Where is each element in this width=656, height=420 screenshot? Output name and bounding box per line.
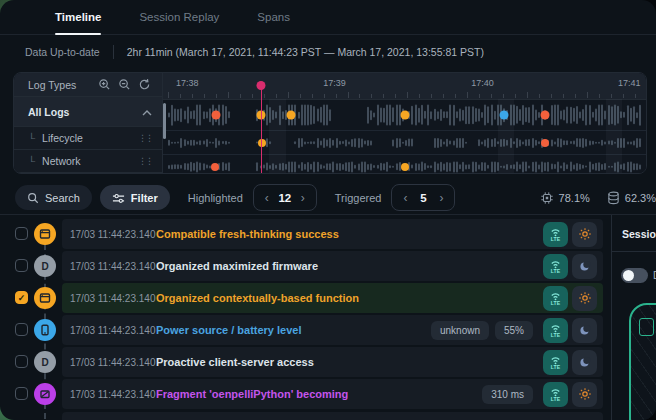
- playhead-knob[interactable]: [257, 81, 266, 90]
- log-row-card[interactable]: 17/03 11:44:23.140Compatible fresh-think…: [62, 219, 603, 249]
- network-lte-badge[interactable]: LTE: [543, 350, 568, 375]
- night-mode-badge[interactable]: [572, 350, 597, 375]
- waveform-bar: [323, 165, 325, 168]
- memory-value: 62.3%: [625, 192, 656, 204]
- track-label: Lifecycle: [42, 132, 83, 144]
- log-row-card[interactable]: 17/03 11:44:23.140Organized contextually…: [62, 283, 603, 313]
- timeline-track-all-logs[interactable]: All Logs: [14, 97, 162, 127]
- row-checkbox[interactable]: ✓: [15, 291, 28, 304]
- day-mode-badge[interactable]: [572, 286, 597, 311]
- event-marker[interactable]: [212, 111, 221, 120]
- waveform-bar: [389, 105, 391, 126]
- night-mode-badge[interactable]: [572, 254, 597, 279]
- network-lte-badge[interactable]: LTE: [543, 286, 568, 311]
- log-row-card[interactable]: 17/03 11:44:23.140Power source / battery…: [62, 315, 603, 345]
- chevron-up-icon[interactable]: [142, 106, 152, 118]
- drag-handle-icon[interactable]: ⋮⋮: [138, 133, 152, 143]
- day-mode-badge[interactable]: [572, 382, 597, 407]
- row-checkbox[interactable]: [15, 387, 28, 400]
- waveform-bar: [585, 105, 587, 126]
- log-row-card[interactable]: 17/03 11:44:23.140Organized maximized fi…: [62, 251, 603, 281]
- event-marker[interactable]: [401, 163, 409, 171]
- highlighted-prev-icon[interactable]: ‹: [258, 191, 276, 205]
- event-marker[interactable]: [400, 111, 409, 120]
- timeline-track-lifecycle[interactable]: └Lifecycle⋮⋮: [14, 127, 162, 150]
- event-marker[interactable]: [499, 111, 508, 120]
- ruler-tick: [431, 94, 432, 98]
- lte-label: LTE: [551, 333, 560, 337]
- session-toggle-knob[interactable]: [623, 270, 634, 281]
- event-marker[interactable]: [540, 111, 549, 120]
- cpu-icon: [540, 191, 554, 205]
- waveform-track-network[interactable]: [163, 155, 646, 174]
- waveform-bar: [386, 105, 388, 126]
- waveform-bar: [263, 164, 265, 169]
- waveform-bar: [177, 109, 179, 121]
- row-checkbox[interactable]: [15, 323, 28, 336]
- drag-handle-icon[interactable]: ⋮⋮: [138, 156, 152, 166]
- waveform-bar: [557, 138, 559, 148]
- waveform-bar: [323, 138, 325, 148]
- waveform-bar: [491, 138, 493, 146]
- waveform-bar: [579, 112, 581, 119]
- waveform-bar: [484, 162, 486, 172]
- network-lte-badge[interactable]: LTE: [543, 318, 568, 343]
- timeline-track-area[interactable]: 17:3817:3917:4017:41: [163, 73, 646, 173]
- zoom-in-icon[interactable]: [94, 75, 114, 95]
- network-lte-badge[interactable]: LTE: [543, 222, 568, 247]
- zoom-out-icon[interactable]: [114, 75, 134, 95]
- waveform-track-all-logs[interactable]: [163, 100, 646, 131]
- highlighted-next-icon[interactable]: ›: [294, 191, 312, 205]
- ruler-tick: [623, 94, 624, 98]
- waveform-bar: [491, 105, 493, 126]
- waveform-bar: [468, 106, 470, 124]
- waveform-bar: [298, 112, 300, 119]
- waveform-bar: [370, 163, 372, 170]
- waveform-bar: [446, 161, 448, 171]
- waveform-bar: [481, 141, 483, 144]
- timeline-ruler[interactable]: 17:3817:3917:4017:41: [163, 73, 646, 100]
- event-type-icon-fragment: [34, 383, 56, 405]
- row-checkbox[interactable]: [15, 227, 28, 240]
- waveform-bar: [633, 140, 635, 145]
- log-row-card[interactable]: 17/03 11:44:23.140Fragment 'oenpelliPyth…: [62, 379, 603, 409]
- triggered-prev-icon[interactable]: ‹: [396, 191, 414, 205]
- waveform-bar: [180, 138, 182, 148]
- network-lte-badge[interactable]: LTE: [543, 254, 568, 279]
- waveform-bar: [291, 161, 293, 172]
- row-checkbox[interactable]: [15, 259, 28, 272]
- log-types-scrollbar[interactable]: [163, 103, 166, 139]
- playhead[interactable]: [261, 85, 263, 173]
- tab-session-replay[interactable]: Session Replay: [139, 11, 219, 34]
- lte-label: LTE: [551, 237, 560, 241]
- session-toggle[interactable]: [621, 268, 648, 283]
- tab-timeline[interactable]: Timeline: [55, 11, 101, 34]
- waveform-bar: [222, 162, 224, 172]
- day-mode-badge[interactable]: [572, 222, 597, 247]
- log-timestamp: 17/03 11:44:23.140: [70, 357, 156, 368]
- waveform-bar: [196, 141, 198, 144]
- waveform-bar: [449, 105, 451, 126]
- event-marker[interactable]: [286, 111, 295, 120]
- log-row-card[interactable]: 17/03 11:44:23.140Proactive client-serve…: [62, 347, 603, 377]
- triggered-next-icon[interactable]: ›: [432, 191, 450, 205]
- waveform-track-lifecycle[interactable]: [163, 131, 646, 155]
- event-marker[interactable]: [211, 163, 219, 171]
- log-row-partial[interactable]: [62, 412, 603, 420]
- event-marker[interactable]: [541, 139, 549, 147]
- tab-spans[interactable]: Spans: [257, 11, 290, 34]
- timeline-track-network[interactable]: └Network⋮⋮: [14, 150, 162, 173]
- triggered-count: 5: [414, 192, 432, 204]
- log-timestamp: 17/03 11:44:23.140: [70, 261, 156, 272]
- search-button[interactable]: Search: [15, 185, 92, 210]
- waveform-bar: [206, 138, 208, 146]
- ruler-tick: [527, 92, 528, 98]
- filter-button[interactable]: Filter: [100, 185, 170, 210]
- network-lte-badge[interactable]: LTE: [543, 382, 568, 407]
- refresh-icon[interactable]: [134, 75, 154, 95]
- waveform-bar: [532, 105, 534, 126]
- night-mode-badge[interactable]: [572, 318, 597, 343]
- waveform-bar: [443, 141, 445, 144]
- row-checkbox[interactable]: [15, 355, 28, 368]
- waveform-bar: [180, 108, 182, 122]
